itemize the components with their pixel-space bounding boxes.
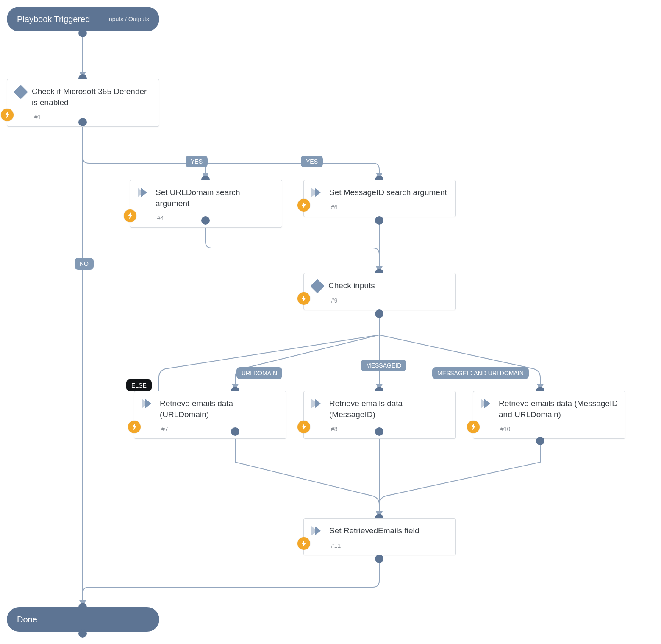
- playbook-start-sub: Inputs / Outputs: [107, 16, 149, 22]
- connector-dot: [78, 118, 87, 126]
- branch-label-yes: YES: [186, 156, 208, 167]
- bolt-icon: [467, 421, 480, 433]
- branch-label-no: NO: [75, 258, 94, 270]
- bolt-icon: [128, 421, 141, 433]
- branch-label-urldomain: URLDOMAIN: [236, 367, 282, 379]
- task-number: #9: [331, 297, 449, 304]
- chevron-icon: [311, 188, 323, 197]
- task-node-10[interactable]: Retrieve emails data (MessageID and URLD…: [473, 391, 625, 439]
- task-title: Retrieve emails data (MessageID and URLD…: [499, 398, 618, 420]
- bolt-icon: [297, 421, 310, 433]
- connector-dot: [231, 427, 239, 436]
- task-number: #7: [161, 426, 279, 432]
- chevron-icon: [138, 188, 150, 197]
- task-node-7[interactable]: Retrieve emails data (URLDomain) #7: [134, 391, 286, 439]
- branch-label-yes: YES: [301, 156, 323, 167]
- bolt-icon: [297, 292, 310, 305]
- task-title: Check inputs: [328, 280, 375, 291]
- diamond-icon: [310, 279, 325, 293]
- connector-dot: [536, 437, 544, 445]
- task-node-6[interactable]: Set MessageID search argument #6: [303, 180, 456, 217]
- chevron-icon: [142, 399, 154, 408]
- playbook-end-title: Done: [17, 615, 37, 624]
- task-title: Set RetrievedEmails field: [329, 525, 419, 536]
- chevron-icon: [481, 399, 493, 408]
- chevron-icon: [311, 399, 323, 408]
- task-number: #11: [331, 542, 449, 549]
- bolt-icon: [297, 537, 310, 550]
- diamond-icon: [14, 85, 28, 99]
- branch-label-both: MESSAGEID AND URLDOMAIN: [432, 367, 529, 379]
- branch-label-messageid: MESSAGEID: [361, 360, 406, 371]
- task-node-11[interactable]: Set RetrievedEmails field #11: [303, 518, 456, 555]
- task-number: #8: [331, 426, 449, 432]
- connector-dot: [375, 216, 383, 225]
- bolt-icon: [1, 109, 14, 121]
- connector-dot: [78, 29, 87, 37]
- branch-label-else: ELSE: [126, 379, 152, 391]
- task-title: Retrieve emails data (URLDomain): [160, 398, 279, 420]
- task-number: #4: [157, 215, 275, 221]
- task-number: #6: [331, 204, 449, 211]
- connector-dot: [375, 555, 383, 563]
- bolt-icon: [297, 199, 310, 212]
- task-title: Set MessageID search argument: [329, 187, 447, 198]
- task-title: Retrieve emails data (MessageID): [329, 398, 449, 420]
- connector-dot: [78, 629, 87, 638]
- playbook-start[interactable]: Playbook Triggered Inputs / Outputs: [7, 7, 159, 31]
- playbook-end[interactable]: Done: [7, 607, 159, 632]
- task-node-9[interactable]: Check inputs #9: [303, 273, 456, 310]
- chevron-icon: [311, 526, 323, 535]
- connector-dot: [201, 216, 210, 225]
- playbook-start-title: Playbook Triggered: [17, 14, 90, 24]
- task-title: Set URLDomain search argument: [156, 187, 275, 209]
- task-title: Check if Microsoft 365 Defender is enabl…: [32, 86, 152, 108]
- connector-dot: [375, 427, 383, 436]
- task-number: #1: [34, 114, 152, 120]
- connector-dot: [375, 309, 383, 318]
- task-number: #10: [500, 426, 618, 432]
- bolt-icon: [124, 209, 136, 222]
